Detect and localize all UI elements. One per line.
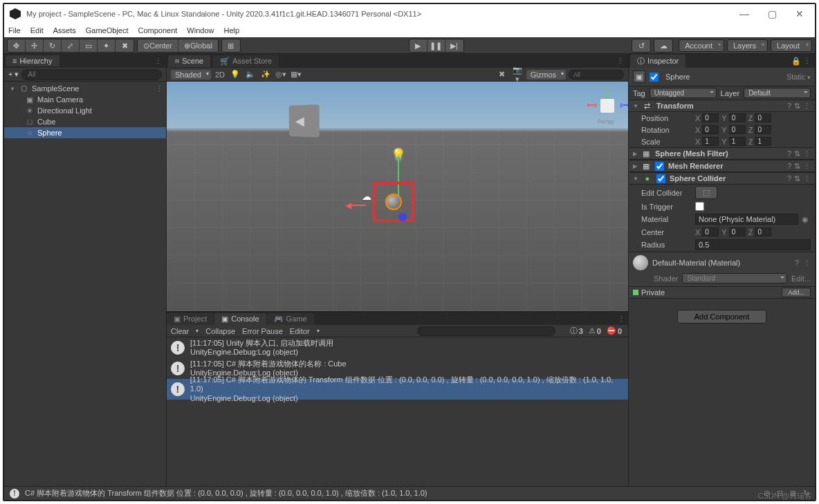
errorpause-toggle[interactable]: Error Pause xyxy=(242,327,283,335)
pivot-toggle[interactable]: ⊙Center xyxy=(138,39,178,52)
space-toggle[interactable]: ⊕Global xyxy=(178,39,218,52)
scene-row[interactable]: ▼⬡ SampleScene ⋮ xyxy=(4,83,166,94)
err-count[interactable]: ⛔0 xyxy=(605,326,624,335)
2d-toggle[interactable]: 2D xyxy=(214,71,226,79)
sphere-gizmo[interactable] xyxy=(385,194,402,210)
log-row[interactable]: ![11:17:05] Unity 脚本入口, 启动加载时调用UnityEngi… xyxy=(167,337,628,358)
gameobject-icon[interactable]: ▣ xyxy=(633,71,645,83)
pos-x[interactable]: 0 xyxy=(702,113,719,122)
pos-z[interactable]: 0 xyxy=(755,113,771,122)
picker-icon[interactable]: ◉ xyxy=(800,215,811,224)
play-button[interactable]: ▶ xyxy=(410,39,427,52)
edit-collider-button[interactable]: ⬚ xyxy=(695,186,717,199)
project-tab[interactable]: ▣ Project xyxy=(167,313,214,325)
add-component-button[interactable]: Add Component xyxy=(677,310,767,324)
rotate-tool-icon[interactable]: ↻ xyxy=(44,39,62,52)
rot-z[interactable]: 0 xyxy=(755,125,771,134)
move-tool-icon[interactable]: ✢ xyxy=(26,39,44,52)
rot-x[interactable]: 0 xyxy=(702,125,719,134)
panel-menu-icon[interactable]: ⋮ xyxy=(614,57,627,66)
hierarchy-tab[interactable]: ≡ Hierarchy xyxy=(6,55,59,66)
static-toggle[interactable]: Static ▾ xyxy=(786,73,811,81)
scale-tool-icon[interactable]: ⤢ xyxy=(62,39,80,52)
scene-tab[interactable]: ⌗ Scene xyxy=(168,55,210,67)
create-button[interactable]: + ▾ xyxy=(8,70,19,79)
collider-component[interactable]: ▼●Sphere Collider?⇅⋮ xyxy=(629,172,815,185)
gizmos-drop[interactable]: Gizmos xyxy=(526,70,566,80)
help-icon[interactable]: ? xyxy=(795,259,799,267)
camera-settings-icon[interactable]: 📷▾ xyxy=(511,66,524,84)
center-y[interactable]: 0 xyxy=(729,227,746,236)
log-row[interactable]: ![11:17:05] C# 脚本附着游戏物体的 Transform 组件数据 … xyxy=(167,379,628,400)
snap-icon[interactable]: ⊞ xyxy=(222,39,240,52)
close-button[interactable]: ✕ xyxy=(790,8,809,19)
rect-tool-icon[interactable]: ▭ xyxy=(80,39,98,52)
hierarchy-item-camera[interactable]: ▣Main Camera xyxy=(4,94,166,105)
x-axis-handle[interactable]: ◀━━━ xyxy=(345,200,366,210)
fx-toggle[interactable]: ✨ xyxy=(259,70,272,79)
shading-mode[interactable]: Shaded xyxy=(171,70,211,80)
cloud-icon[interactable]: ☁ xyxy=(654,39,672,52)
center-x[interactable]: 0 xyxy=(702,227,719,236)
menu-window[interactable]: Window xyxy=(187,26,214,35)
account-drop[interactable]: Account xyxy=(679,39,724,52)
panel-menu-icon[interactable]: 🔒 ⋮ xyxy=(789,57,813,66)
step-button[interactable]: ▶| xyxy=(445,39,463,52)
minimize-button[interactable]: — xyxy=(735,8,754,19)
rot-y[interactable]: 0 xyxy=(729,125,746,134)
add-private-button[interactable]: Add... xyxy=(782,288,811,297)
hidden-toggle[interactable]: ◎▾ xyxy=(275,70,287,79)
pos-y[interactable]: 0 xyxy=(729,113,746,122)
scale-y[interactable]: 1 xyxy=(729,137,746,146)
transform-tool-icon[interactable]: ✦ xyxy=(98,39,116,52)
shader-drop[interactable]: Standard xyxy=(682,273,786,283)
layers-drop[interactable]: Layers xyxy=(727,39,768,52)
inspector-tab[interactable]: ⓘ Inspector xyxy=(630,55,685,68)
audio-toggle[interactable]: 🔈 xyxy=(244,70,257,79)
clear-button[interactable]: Clear xyxy=(171,327,189,335)
transform-component[interactable]: ▼⇄ Transform ?⇅⋮ xyxy=(629,100,815,112)
object-name-field[interactable]: Sphere xyxy=(663,72,782,82)
scale-x[interactable]: 1 xyxy=(702,137,719,146)
pause-button[interactable]: ❚❚ xyxy=(427,39,445,52)
layer-drop[interactable]: Default xyxy=(744,88,811,98)
maximize-button[interactable]: ▢ xyxy=(762,8,782,19)
layout-drop[interactable]: Layout xyxy=(771,39,812,52)
panel-menu-icon[interactable]: ⋮ xyxy=(615,315,628,324)
meshrenderer-component[interactable]: ▶▦Mesh Renderer?⇅⋮ xyxy=(629,160,815,172)
console-tab[interactable]: ▣ Console xyxy=(214,313,266,325)
hand-tool-icon[interactable]: ✥ xyxy=(8,39,26,52)
physic-material-field[interactable]: None (Physic Material) xyxy=(695,214,798,225)
edit-shader-button[interactable]: Edit... xyxy=(791,274,811,283)
orientation-gizmo[interactable]: y●●━xz━● Persp xyxy=(600,99,614,113)
console-search[interactable] xyxy=(417,326,555,336)
panel-menu-icon[interactable]: ⋮ xyxy=(151,57,165,66)
scene-menu-icon[interactable]: ⋮ xyxy=(156,84,166,93)
menu-help[interactable]: Help xyxy=(223,26,239,35)
center-z[interactable]: 0 xyxy=(755,227,771,236)
hierarchy-item-light[interactable]: ☀Directional Light xyxy=(4,105,166,116)
info-count[interactable]: ⓘ3 xyxy=(568,326,585,336)
tag-drop[interactable]: Untagged xyxy=(650,88,717,98)
warn-count[interactable]: ⚠0 xyxy=(587,326,603,335)
preset-icon[interactable]: ⇅ xyxy=(794,102,800,111)
editor-drop[interactable]: Editor xyxy=(290,327,310,335)
radius-field[interactable]: 0.5 xyxy=(695,239,811,250)
hierarchy-item-sphere[interactable]: ○Sphere xyxy=(4,127,166,138)
scale-z[interactable]: 1 xyxy=(755,137,771,146)
menu-edit[interactable]: Edit xyxy=(30,26,44,35)
scene-viewport[interactable]: 💡 ◀━━━ ☁ y●●━xz━● Persp xyxy=(167,82,628,311)
menu-component[interactable]: Component xyxy=(138,26,177,35)
assetstore-tab[interactable]: 🛒 Asset Store xyxy=(213,55,279,67)
active-checkbox[interactable] xyxy=(650,73,659,82)
hierarchy-item-cube[interactable]: □Cube xyxy=(4,116,166,127)
menu-icon[interactable]: ⋮ xyxy=(803,259,811,268)
menu-gameobject[interactable]: GameObject xyxy=(86,26,129,35)
collab-icon[interactable]: ↺ xyxy=(632,39,650,52)
is-trigger-checkbox[interactable] xyxy=(695,202,704,211)
hierarchy-search[interactable] xyxy=(21,69,162,80)
custom-tool-icon[interactable]: ✖ xyxy=(116,39,134,52)
help-icon[interactable]: ? xyxy=(787,102,791,111)
grid-toggle[interactable]: ▦▾ xyxy=(290,70,302,79)
scene-search[interactable] xyxy=(569,70,624,80)
